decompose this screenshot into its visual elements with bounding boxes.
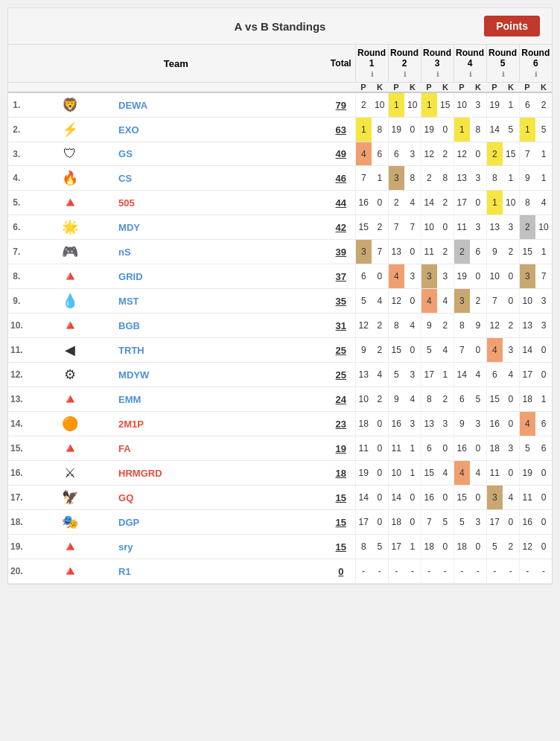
rank-cell: 3. — [8, 142, 25, 166]
team-name: BGB — [115, 314, 327, 338]
r1k-cell: 0 — [372, 486, 388, 510]
rank-cell: 14. — [8, 412, 25, 436]
r5p-cell: 1 — [486, 191, 503, 215]
round6-info-icon[interactable]: ℹ — [535, 71, 537, 78]
r1p-cell: 1 — [355, 118, 372, 142]
r4p-cell: 5 — [454, 510, 470, 535]
r1p-cell: 14 — [355, 486, 372, 510]
page-title: A vs B Standings — [194, 20, 367, 33]
r3k-cell: 0 — [437, 436, 454, 461]
name-sub — [115, 83, 327, 93]
r6p-cell: 7 — [519, 142, 535, 166]
r5k-cell: 2 — [503, 314, 519, 338]
r2p-cell: 3 — [388, 166, 404, 191]
table-row: 2.⚡EXO63181901901814515 — [8, 118, 552, 142]
r6k-cell: 0 — [535, 461, 552, 486]
r5p-cell: - — [486, 559, 503, 584]
r2p-cell: - — [388, 559, 404, 584]
r5k-cell: 0 — [503, 264, 519, 289]
r1k-cell: 1 — [372, 166, 388, 191]
r3p-cell: 1 — [421, 92, 437, 118]
total-cell: 15 — [327, 486, 355, 510]
r2k-cell: 1 — [404, 535, 421, 559]
r4p-cell: 6 — [454, 387, 470, 412]
r6k-cell: 3 — [535, 289, 552, 314]
r6p-cell: 14 — [519, 338, 535, 363]
standings-container: A vs B Standings Points Team Total Round… — [7, 7, 553, 585]
table-row: 9.💧MST3554120443270103 — [8, 289, 552, 314]
r3p-cell: 5 — [421, 338, 437, 363]
r6k-cell: 2 — [535, 92, 552, 118]
r4k-cell: 2 — [470, 289, 486, 314]
r3k-cell: 1 — [437, 363, 454, 387]
r5k-cell: 1 — [503, 166, 519, 191]
total-cell: 42 — [327, 215, 355, 240]
r5k-cell: 5 — [503, 118, 519, 142]
round4-info-icon[interactable]: ℹ — [469, 71, 471, 78]
r1k-cell: 0 — [372, 264, 388, 289]
r6k-cell: 1 — [535, 166, 552, 191]
r3k-header: K — [437, 83, 454, 93]
table-row: 8.🔺GRID3760433319010037 — [8, 264, 552, 289]
rank-cell: 7. — [8, 240, 25, 264]
team-name: TRTH — [115, 338, 327, 363]
total-cell: 18 — [327, 461, 355, 486]
r6k-cell: 0 — [535, 486, 552, 510]
r6k-cell: 4 — [535, 191, 552, 215]
total-cell: 31 — [327, 314, 355, 338]
round1-info-icon[interactable]: ℹ — [371, 71, 373, 78]
round5-info-icon[interactable]: ℹ — [502, 71, 504, 78]
team-name: DEWA — [115, 92, 327, 118]
r6k-cell: 10 — [535, 215, 552, 240]
total-cell: 19 — [327, 436, 355, 461]
r2k-header: K — [404, 83, 421, 93]
r1k-cell: 0 — [372, 436, 388, 461]
team-logo: 🔺 — [25, 535, 115, 559]
r2p-header: P — [388, 83, 404, 93]
round3-info-icon[interactable]: ℹ — [436, 71, 439, 78]
table-row: 16.⚔HRMGRD1819010115444110190 — [8, 461, 552, 486]
r3p-cell: 6 — [421, 436, 437, 461]
points-button[interactable]: Points — [484, 16, 540, 36]
total-header: Total — [327, 45, 355, 83]
team-name: GRID — [115, 264, 327, 289]
r4k-cell: 0 — [470, 264, 486, 289]
standings-table: Team Total Round 1ℹ Round 2ℹ Round 3ℹ Ro… — [8, 45, 552, 584]
r5p-cell: 7 — [486, 289, 503, 314]
r5k-cell: 3 — [503, 436, 519, 461]
r2k-cell: 0 — [404, 338, 421, 363]
r2k-cell: 0 — [404, 486, 421, 510]
table-row: 1.🦁DEWA7921011011510319162 — [8, 92, 552, 118]
r5k-cell: 0 — [503, 510, 519, 535]
r2k-cell: 7 — [404, 215, 421, 240]
r4p-cell: 17 — [454, 191, 470, 215]
team-logo: 🎭 — [25, 510, 115, 535]
r5p-cell: 15 — [486, 387, 503, 412]
r4k-cell: 0 — [470, 338, 486, 363]
r1k-cell: 0 — [372, 510, 388, 535]
total-cell: 25 — [327, 338, 355, 363]
total-cell: 63 — [327, 118, 355, 142]
r2p-cell: 17 — [388, 535, 404, 559]
table-row: 20.🔺R10------------ — [8, 559, 552, 584]
r4p-cell: 1 — [454, 118, 470, 142]
r4k-cell: 5 — [470, 387, 486, 412]
r4k-cell: 8 — [470, 118, 486, 142]
r3p-cell: 7 — [421, 510, 437, 535]
r5k-cell: 3 — [503, 338, 519, 363]
r5k-cell: - — [503, 559, 519, 584]
r6p-cell: 8 — [519, 191, 535, 215]
r3p-cell: 15 — [421, 461, 437, 486]
r3k-cell: 5 — [437, 510, 454, 535]
team-logo: 🦁 — [25, 92, 115, 118]
r4k-cell: 3 — [470, 215, 486, 240]
r3p-cell: 9 — [421, 314, 437, 338]
r4k-cell: 3 — [470, 92, 486, 118]
r1p-cell: 9 — [355, 338, 372, 363]
r4k-cell: 4 — [470, 363, 486, 387]
rank-header — [8, 45, 25, 83]
round2-info-icon[interactable]: ℹ — [404, 71, 406, 78]
table-row: 19.🔺sry158517118018052120 — [8, 535, 552, 559]
r1k-cell: 10 — [372, 92, 388, 118]
r5p-cell: 5 — [486, 535, 503, 559]
